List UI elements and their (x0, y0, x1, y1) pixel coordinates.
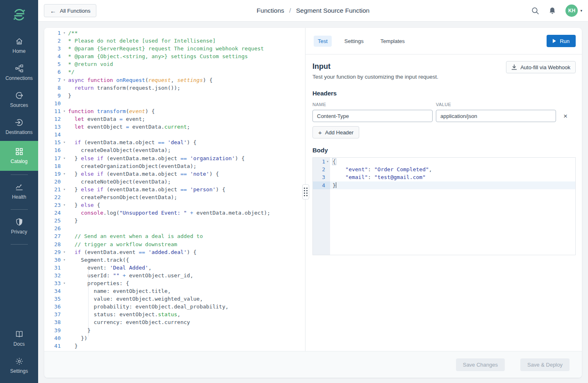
body-editor[interactable]: 1▾{2 "event": "Order Completed",3 "email… (312, 157, 576, 255)
sidebar-item-settings[interactable]: Settings (0, 353, 38, 378)
save-and-deploy-button[interactable]: Save & Deploy (520, 358, 570, 371)
code-token: 'organization' (190, 155, 235, 161)
sidebar-item-connections[interactable]: Connections (0, 60, 38, 86)
code-text: createOrganizationObject(eventData); (68, 162, 305, 170)
code-line: 24 console.log("Unsupported Event: " + e… (44, 209, 305, 217)
sidebar-item-home[interactable]: Home (0, 33, 38, 59)
fold-caret-slot (61, 146, 68, 154)
line-number: 32 (44, 272, 61, 279)
all-functions-back-button[interactable]: ← All Functions (44, 4, 96, 17)
fold-caret-icon[interactable]: ▾ (325, 158, 330, 165)
code-token: if (97, 171, 103, 177)
code-token: settings (177, 77, 203, 83)
user-menu[interactable]: KH ▾ (565, 5, 582, 17)
code-line: 3* @param {ServerRequest} request The in… (44, 45, 305, 52)
code-line: 10 (44, 100, 305, 107)
code-line: 17▾ } else if (eventData.meta.object == … (44, 154, 305, 162)
code-token: name: eventObject.title, (68, 288, 171, 294)
code-token: else (81, 202, 93, 208)
line-number: 39 (44, 326, 61, 334)
fold-caret-icon[interactable]: ▾ (61, 248, 68, 256)
code-line: 7▾async function onRequest(request, sett… (44, 76, 305, 84)
fold-caret-icon[interactable]: ▾ (61, 186, 68, 193)
code-line: 23▾ } else { (44, 201, 305, 209)
line-number: 7 (44, 76, 61, 84)
tab-templates[interactable]: Templates (376, 36, 409, 47)
segment-logo-icon[interactable] (11, 7, 27, 25)
avatar[interactable]: KH (565, 5, 578, 17)
code-token: createOrganizationObject(eventData); (68, 163, 196, 169)
code-line: 15▾ if (eventData.meta.object == 'deal')… (44, 138, 305, 146)
code-token: } (68, 171, 81, 177)
line-number: 25 (44, 217, 61, 224)
fold-caret-slot (61, 287, 68, 295)
sidebar-item-catalog[interactable]: Catalog (0, 141, 38, 171)
tab-settings[interactable]: Settings (340, 36, 368, 47)
line-number: 3 (313, 173, 325, 181)
notifications-bell-icon[interactable] (549, 7, 556, 15)
fold-caret-slot (61, 115, 68, 123)
code-token: ) { (216, 186, 225, 193)
code-line: 28 // trigger a workflow downstream (44, 240, 305, 248)
code-token: } (68, 351, 71, 351)
code-token: transform(request.json()); (94, 85, 180, 91)
code-line: 32 userId: "" + eventObject.user_id, (44, 272, 305, 279)
code-text: } (68, 92, 305, 100)
fold-caret-slot (61, 318, 68, 326)
line-number: 14 (44, 131, 61, 138)
line-number: 1 (313, 158, 325, 165)
fold-caret-icon[interactable]: ▾ (61, 29, 68, 37)
line-number: 26 (44, 224, 61, 232)
save-changes-button[interactable]: Save Changes (456, 358, 505, 371)
fold-caret-slot (61, 224, 68, 232)
code-line: 33▾ properties: { (44, 279, 305, 287)
sidebar: Home Connections Sources (0, 0, 38, 383)
search-icon[interactable] (531, 7, 539, 15)
fold-caret-icon[interactable]: ▾ (61, 256, 68, 264)
sidebar-item-health[interactable]: Health (0, 179, 38, 204)
line-number: 12 (44, 115, 61, 123)
splitter-drag-handle[interactable] (302, 184, 309, 199)
code-text: * @param {Object.<string, any>} settings… (68, 52, 305, 60)
line-number: 37 (44, 310, 61, 318)
sidebar-item-sources[interactable]: Sources (0, 87, 38, 113)
fold-caret-slot (61, 37, 68, 45)
fold-caret-icon[interactable]: ▾ (61, 201, 68, 209)
code-token: let (75, 116, 84, 122)
header-name-input[interactable] (312, 110, 433, 122)
code-text: value: eventObject.weighted_value, (68, 295, 305, 303)
sidebar-item-privacy[interactable]: Privacy (0, 213, 38, 239)
code-line: 3 "email": "test@gmail.com" (313, 173, 575, 181)
add-header-button[interactable]: + Add Header (312, 126, 359, 138)
code-text: return transform(request.json()); (68, 84, 305, 92)
header-value-input[interactable] (436, 110, 556, 122)
health-icon (15, 183, 23, 191)
fold-caret-icon[interactable]: ▾ (61, 138, 68, 146)
autofill-via-webhook-button[interactable]: Auto-fill via Webhook (506, 61, 576, 73)
fold-caret-icon[interactable]: ▾ (61, 76, 68, 84)
fold-caret-icon[interactable]: ▾ (61, 154, 68, 162)
code-text: } (68, 217, 305, 224)
sidebar-item-docs[interactable]: Docs (0, 326, 38, 351)
code-line: 1▾/** (44, 29, 305, 37)
run-button[interactable]: Run (547, 35, 576, 47)
code-text: createPersonObject(eventData); (68, 193, 305, 201)
breadcrumb-functions-link[interactable]: Functions (257, 7, 284, 14)
sidebar-item-destinations[interactable]: Destinations (0, 114, 38, 140)
code-text: function transform(event) { (68, 107, 305, 115)
code-token: probability: eventObject.deal_probabilit… (68, 304, 228, 310)
fold-caret-icon[interactable]: ▾ (61, 279, 68, 287)
code-token: if (75, 139, 81, 145)
remove-header-icon[interactable]: × (563, 113, 567, 120)
fold-caret-icon[interactable]: ▾ (61, 107, 68, 115)
code-editor[interactable]: 1▾/**2* Please do not delete [used for I… (44, 28, 305, 351)
code-text: } (68, 350, 305, 351)
fold-caret-slot (325, 173, 330, 181)
connections-icon (15, 64, 23, 73)
code-token: = (119, 116, 123, 122)
tab-test[interactable]: Test (314, 36, 332, 47)
code-token: else (81, 171, 93, 177)
add-header-label: Add Header (325, 129, 353, 136)
code-token: createDealObject(eventData); (68, 147, 171, 153)
fold-caret-icon[interactable]: ▾ (61, 170, 68, 178)
